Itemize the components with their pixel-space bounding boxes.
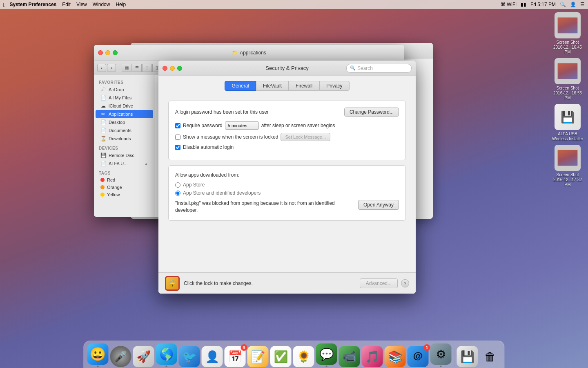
dock-item-appstore[interactable]: ＠ 1 <box>408 346 429 367</box>
dock-item-reminders[interactable]: ✅ <box>270 346 292 367</box>
sidebar-item-all-my-files[interactable]: 📄 All My Files <box>96 94 153 102</box>
change-password-button[interactable]: Change Password... <box>344 108 399 117</box>
show-message-checkbox[interactable] <box>175 135 180 140</box>
dock-item-notes[interactable]: 📝 <box>247 346 269 367</box>
view-list-btn[interactable]: ☰ <box>132 64 142 72</box>
finder-view-buttons: ▦ ☰ ⋮ ◫ <box>122 64 162 72</box>
dock-item-music[interactable]: 🎵 <box>362 346 383 367</box>
desktop-icon-screenshot2[interactable]: Screen Shot2016-12...16.55 PM <box>551 58 584 101</box>
desktop-icon-screenshot3[interactable]: Screen Shot2016-12...17.32 PM <box>551 145 584 187</box>
dock-item-siri[interactable]: 🎤 <box>110 346 131 367</box>
view-column-btn[interactable]: ⋮ <box>142 64 152 72</box>
sidebar-documents-label: Documents <box>109 128 131 133</box>
help-button[interactable]: ? <box>401 279 409 287</box>
appstore-badge: 1 <box>424 344 430 351</box>
sidebar-item-airdrop[interactable]: ☄ AirDrop <box>96 85 153 94</box>
finder-minimize-button[interactable] <box>105 50 110 55</box>
installer-dock-icon: 💾 <box>457 346 478 367</box>
lock-status-text: Click the lock to make changes. <box>184 280 253 286</box>
tags-label: Tags <box>94 168 155 176</box>
advanced-button[interactable]: Advanced... <box>360 278 398 288</box>
dock-item-facetime[interactable]: 📹 <box>339 346 360 367</box>
sidebar-item-documents[interactable]: 📄 Documents <box>96 126 153 135</box>
spotlight-icon[interactable]: 🔍 <box>560 2 566 7</box>
sidebar-item-tag-yellow[interactable]: Yellow <box>96 191 153 198</box>
finder-forward-button[interactable]: › <box>107 64 116 72</box>
siri-dock-icon: 🎤 <box>110 346 131 367</box>
finder-close-button[interactable] <box>98 50 103 55</box>
dock-item-books[interactable]: 📚 <box>385 346 406 367</box>
security-search[interactable]: 🔍 Search <box>346 64 412 73</box>
dock-item-installer[interactable]: 💾 <box>457 346 478 367</box>
sidebar-item-downloads[interactable]: ⌛ Downloads <box>96 135 153 143</box>
books-dock-icon: 📚 <box>385 346 406 367</box>
wifi-icon[interactable]: ⌘ WiFi <box>501 2 517 7</box>
appstore-dock-icon: ＠ 1 <box>408 346 429 367</box>
tab-filevault[interactable]: FileVault <box>256 81 289 91</box>
dock-item-photos[interactable]: 🌻 <box>293 346 314 367</box>
sidebar-item-tag-red[interactable]: Red <box>96 176 153 184</box>
require-password-row: Require password immediately 5 seconds 1… <box>175 121 399 130</box>
red-tag-dot <box>100 178 105 182</box>
menubar-window[interactable]: Window <box>93 2 110 7</box>
alfa-drive-icon: 📄 <box>100 161 106 166</box>
calendar-badge: 9 <box>241 344 247 351</box>
dock-item-messages[interactable]: 💬 <box>316 343 337 367</box>
devices-label: Devices <box>94 143 155 151</box>
tab-privacy[interactable]: Privacy <box>319 81 349 91</box>
dock-item-safari[interactable]: 🌎 <box>156 343 177 367</box>
apple-menu[interactable]:  <box>3 1 5 8</box>
dock-item-contacts[interactable]: 👤 <box>202 346 223 367</box>
desktop-icon-screenshot1[interactable]: Screen Shot2016-12...16.45 PM <box>551 12 584 55</box>
dock-item-sysprefs[interactable]: ⚙ <box>430 343 452 367</box>
finder-window-title: 📁 Applications <box>232 50 266 56</box>
app-store-radio[interactable] <box>175 182 180 188</box>
sidebar-orange-tag-label: Orange <box>107 185 122 190</box>
favorites-label: Favorites <box>94 79 155 85</box>
sidebar-item-applications[interactable]: ✏ Applications <box>96 110 153 118</box>
finder-maximize-button[interactable] <box>113 50 118 55</box>
desktop-icon-alfa-installer[interactable]: 💾 ALFA USBWireless Installer <box>551 104 584 141</box>
set-lock-message-button[interactable]: Set Lock Message... <box>281 133 330 141</box>
sidebar-item-icloud-drive[interactable]: ☁ iCloud Drive <box>96 102 153 110</box>
disable-autologin-checkbox[interactable] <box>175 145 180 150</box>
finder-back-button[interactable]: ‹ <box>97 64 106 72</box>
screenshot1-label: Screen Shot2016-12...16.45 PM <box>551 40 584 55</box>
battery-icon[interactable]: ▮▮ <box>521 2 526 7</box>
menubar-help[interactable]: Help <box>116 2 126 7</box>
security-minimize-button[interactable] <box>170 66 175 71</box>
password-time-select[interactable]: immediately 5 seconds 1 minute 5 minutes… <box>225 121 259 130</box>
menubar-view[interactable]: View <box>76 2 87 7</box>
launchpad-dock-icon: 🚀 <box>133 346 154 367</box>
sidebar-item-remote-disc[interactable]: 💾 Remote Disc <box>96 151 153 159</box>
security-close-button[interactable] <box>163 66 167 71</box>
app-store-identified-radio-row: App Store and identified developers <box>175 190 399 196</box>
security-tab-bar: General FileVault Firewall Privacy <box>158 76 416 94</box>
sidebar-item-desktop[interactable]: 📄 Desktop <box>96 118 153 126</box>
dock-item-calendar[interactable]: 📅 9 <box>225 346 246 367</box>
view-icon-btn[interactable]: ▦ <box>122 64 131 72</box>
dock-item-launchpad[interactable]: 🚀 <box>133 346 154 367</box>
user-icon[interactable]: 👤 <box>570 2 576 7</box>
sidebar-item-alfa[interactable]: 📄 ALFA U... ▲ <box>96 159 153 168</box>
lock-icon-button[interactable]: 🔒 <box>165 276 180 291</box>
require-password-checkbox[interactable] <box>175 123 180 128</box>
dock-item-mail[interactable]: 🐦 <box>179 346 200 367</box>
login-section: A login password has been set for this u… <box>168 101 406 160</box>
security-maximize-button[interactable] <box>177 66 182 71</box>
finder-nav-buttons: ‹ › <box>97 64 116 72</box>
login-password-row: A login password has been set for this u… <box>175 108 399 117</box>
menubar-edit[interactable]: Edit <box>62 2 71 7</box>
tab-general[interactable]: General <box>225 81 256 91</box>
open-anyway-button[interactable]: Open Anyway <box>358 200 399 210</box>
tab-firewall[interactable]: Firewall <box>289 81 319 91</box>
notification-icon[interactable]: ☰ <box>580 2 585 7</box>
menubar-app-name[interactable]: System Preferences <box>9 2 56 7</box>
app-store-identified-radio[interactable] <box>175 191 180 196</box>
alfa-eject-icon[interactable]: ▲ <box>144 162 148 166</box>
dock-item-finder[interactable]: 😀 <box>87 343 109 367</box>
dock-item-trash[interactable]: 🗑 <box>480 346 501 367</box>
desktop-icon-sm: 📄 <box>100 119 106 125</box>
sidebar-item-tag-orange[interactable]: Orange <box>96 184 153 191</box>
remote-disc-icon: 💾 <box>100 153 106 158</box>
